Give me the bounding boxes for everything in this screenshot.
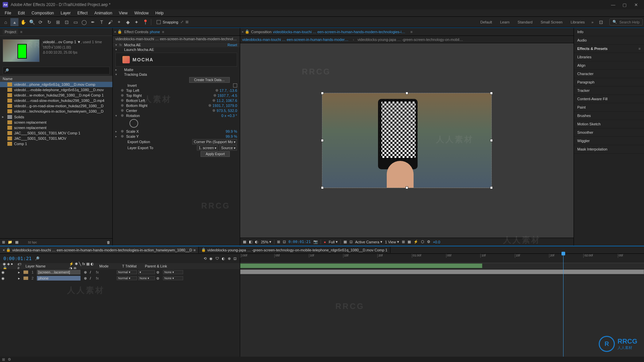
shape-tool[interactable]: ▭ — [71, 18, 79, 26]
timeline-layer[interactable]: ◉▸2phone⊕/fxNormal ▾None ▾⊚None ▾ — [0, 275, 240, 281]
menu-composition[interactable]: Composition — [28, 10, 57, 16]
panel-audio[interactable]: Audio — [574, 36, 644, 45]
home-icon[interactable]: ⌂ — [2, 18, 10, 26]
ellipse-tool[interactable]: ◯ — [80, 18, 88, 26]
handle-tr[interactable] — [490, 92, 493, 95]
scaley-value[interactable]: 99.9 % — [226, 134, 237, 138]
workspace-more-icon[interactable]: » — [588, 19, 597, 25]
fast-icon[interactable]: ⚡ — [414, 240, 418, 244]
project-item[interactable]: screen replacement — [0, 125, 112, 130]
scalex-value[interactable]: 99.9 % — [226, 129, 237, 133]
track-row[interactable] — [240, 263, 644, 269]
channel-icon[interactable]: ● — [324, 240, 326, 244]
rotation-dial[interactable] — [129, 119, 138, 128]
project-search[interactable]: 🔎 — [3, 67, 110, 74]
handle-bm[interactable] — [406, 186, 408, 189]
render-icon[interactable]: ◧ — [249, 240, 252, 244]
hand-tool[interactable]: ✋ — [19, 18, 27, 26]
top-left-value[interactable]: 17.7, -13.6 — [219, 88, 237, 93]
project-item[interactable]: videobl…-road-slow-motion_hukdaz298_1080… — [0, 98, 112, 103]
top-right-value[interactable]: 1937.7, -4.5 — [217, 94, 237, 98]
launch-mocha-row[interactable]: ▾ Launch Mocha AE — [113, 47, 240, 52]
project-item[interactable]: videobl…g-on-road-slow-motion_hukdaz298_… — [0, 103, 112, 109]
clone-tool[interactable]: ⌖ — [115, 18, 123, 26]
type-tool[interactable]: T — [98, 18, 106, 26]
view-opt-icon[interactable]: ⊞ — [402, 240, 405, 244]
search-help[interactable]: 🔍 Search Help — [609, 18, 643, 25]
project-panel-menu-icon[interactable]: ≡ — [20, 30, 22, 34]
close-button[interactable]: ✕ — [631, 1, 641, 8]
camera-tool[interactable]: ⊞ — [54, 18, 62, 26]
mocha-logo[interactable]: MOCHA — [115, 53, 237, 67]
time-display[interactable]: 0:00:01:21 — [288, 240, 311, 244]
project-item[interactable]: ▸Solids — [0, 114, 112, 120]
maximize-button[interactable]: ▢ — [619, 1, 630, 8]
snapping-grid-icon[interactable]: ⊞ — [185, 20, 189, 24]
breadcrumb-item[interactable]: videoblocks-young-japa … -green-screen-t… — [358, 38, 465, 42]
rotate-tool[interactable]: ↻ — [45, 18, 53, 26]
selection-tool[interactable]: ▴ — [10, 18, 18, 26]
panel-motion-sketch[interactable]: Motion Sketch — [574, 120, 644, 128]
project-item[interactable]: videobl…phone_rdgn5n51q_1080__D.mov Comp — [0, 82, 112, 87]
playhead[interactable] — [563, 254, 564, 357]
timeline-layers[interactable]: ◉▸1[screen…lacement]⊕/fxNormal ▾ ▾⊚None … — [0, 269, 240, 357]
mask-icon[interactable]: ◐ — [255, 240, 258, 244]
resolution-select[interactable]: Full ▾ — [329, 240, 338, 244]
composition-viewer[interactable] — [240, 43, 574, 238]
handle-br[interactable] — [490, 186, 493, 189]
project-panel-tab[interactable]: Project ≡ — [0, 28, 112, 36]
menu-help[interactable]: Help — [152, 10, 167, 16]
tl-icon[interactable]: ⊕ — [228, 256, 231, 261]
tl-icon[interactable]: 🛡 — [215, 256, 219, 261]
timeline-tracks[interactable]: ):00f05f10f15f20f01:00f05f10f15f20f02:00… — [240, 254, 644, 357]
tab-close-icon[interactable]: × — [241, 30, 244, 34]
clip[interactable] — [240, 263, 482, 268]
timecode[interactable]: 0:00:01:21 — [3, 256, 32, 261]
setting-icon[interactable]: ⚙ — [427, 240, 430, 244]
pan-behind-tool[interactable]: ⊡ — [63, 18, 71, 26]
tracking-group[interactable]: ▾Tracking Data — [113, 72, 240, 77]
menu-animation[interactable]: Animation — [91, 10, 115, 16]
tl-icon[interactable]: ⟲ — [204, 256, 207, 261]
col-name[interactable]: Name — [3, 77, 12, 81]
res-icon[interactable]: ⊞ — [277, 240, 280, 244]
workspace-libraries[interactable]: Libraries — [567, 19, 588, 25]
timeline-ruler[interactable]: ):00f05f10f15f20f01:00f05f10f15f20f02:00… — [240, 254, 644, 263]
reset-link[interactable]: Reset — [227, 43, 237, 47]
apply-export-button[interactable]: Apply Export — [201, 151, 230, 157]
snapping-opt-icon[interactable]: ⤢ — [180, 20, 183, 24]
minimize-button[interactable]: — — [608, 1, 619, 8]
search-icon[interactable]: 🔎 — [35, 256, 40, 261]
exposure[interactable]: +0.0 — [433, 240, 440, 244]
handle-tl[interactable] — [321, 92, 324, 95]
layer-export-source-select[interactable]: Source ▾ — [219, 145, 237, 150]
alpha-icon[interactable]: ▦ — [243, 240, 246, 244]
export-option-select[interactable]: Corner Pin (Support Mo ▾ — [192, 139, 237, 144]
panel-info[interactable]: Info — [574, 28, 644, 36]
lock-icon[interactable]: 🔒 — [117, 29, 122, 34]
bottom-right-value[interactable]: 1931.7, 1079.0 — [213, 104, 237, 108]
workspace-standard[interactable]: Standard — [514, 19, 536, 25]
panel-tracker[interactable]: Tracker — [574, 86, 644, 95]
tab-close-icon[interactable]: × — [114, 30, 116, 34]
zoom-select[interactable]: 25% ▾ — [261, 240, 271, 244]
roto-tool[interactable]: ✦ — [132, 18, 141, 26]
3d-icon[interactable]: ⬡ — [421, 240, 424, 244]
timeline-layer[interactable]: ◉▸1[screen…lacement]⊕/fxNormal ▾ ▾⊚None … — [0, 269, 240, 275]
pixel-icon[interactable]: ▦ — [408, 240, 411, 244]
lock-icon[interactable]: 🔒 — [245, 29, 250, 34]
effect-header-row[interactable]: ▾fx Mocha AE Reset — [113, 43, 240, 47]
center-value[interactable]: 973.5, 532.0 — [217, 109, 237, 113]
rotation-value[interactable]: 0 x +0.3 ° — [221, 114, 237, 118]
brush-tool[interactable]: 🖌 — [106, 18, 114, 26]
menu-layer[interactable]: Layer — [57, 10, 74, 16]
clip[interactable] — [240, 269, 644, 274]
handle-tm[interactable] — [406, 92, 408, 95]
panel-wiggler[interactable]: Wiggler — [574, 137, 644, 145]
snapshot-icon[interactable]: 📷 — [313, 240, 318, 244]
handle-bl[interactable] — [321, 186, 324, 189]
orbit-tool[interactable]: ⟳ — [37, 18, 45, 26]
matte-group[interactable]: ▸Matte — [113, 67, 240, 72]
composition-tab[interactable]: × 🔒 Composition videoblocks-man-touchi …… — [240, 28, 574, 36]
layer-export-select[interactable]: 1. screen ▾ — [197, 145, 218, 150]
